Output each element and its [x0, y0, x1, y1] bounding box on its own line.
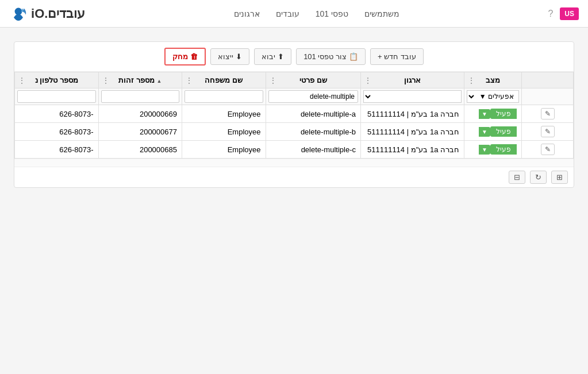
header: US ? משתמשים טפסי 101 עובדים ארגונים iO.…: [0, 0, 588, 28]
status-cell: פעיל ▼: [464, 123, 522, 141]
first-name-filter-input[interactable]: [268, 90, 359, 103]
last-name-cell: Employee: [182, 123, 266, 141]
edit-button[interactable]: ✎: [541, 126, 555, 137]
status-dropdown-btn[interactable]: ▼: [479, 109, 490, 119]
status-badge: פעיל: [490, 144, 517, 155]
organization-cell: חברה 1a בע"מ | 511111114: [361, 105, 464, 123]
org-col-menu[interactable]: ⋮: [363, 76, 373, 85]
last-name-cell: Employee: [182, 141, 266, 159]
col-header-phone: מספר טלפון נ ⋮: [15, 72, 99, 88]
new-employee-button[interactable]: עובד חדש +: [370, 48, 424, 65]
row-actions-cell: ✎: [522, 123, 574, 141]
edit-button[interactable]: ✎: [541, 108, 555, 119]
table-body: ✎ פעיל ▼ חברה 1a בע"מ | 511111114delete-…: [15, 105, 574, 159]
nav-template-101[interactable]: טפסי 101: [316, 9, 348, 18]
employees-table: מצב ⋮ ארגון ⋮ שם פרטי ⋮ שם משפחה: [14, 72, 574, 159]
id-sort-icon: [156, 78, 162, 84]
firstname-col-menu[interactable]: ⋮: [268, 76, 278, 85]
bottom-bar: ⊞ ↻ ⊟: [14, 167, 574, 187]
phone-cell: -626-8073: [15, 141, 99, 159]
svg-point-0: [15, 7, 22, 15]
org-filter-select[interactable]: [363, 90, 462, 103]
filter-first-name: [266, 88, 361, 105]
table-wrapper: מצב ⋮ ארגון ⋮ שם פרטי ⋮ שם משפחה: [14, 72, 574, 159]
row-actions-cell: ✎: [522, 141, 574, 159]
status-col-menu[interactable]: ⋮: [466, 76, 476, 85]
filter-actions: [522, 88, 574, 105]
delete-btn-label: מחק: [172, 52, 188, 61]
table-row: ✎ פעיל ▼ חברה 1a בע"מ | 511111114delete-…: [15, 141, 574, 159]
import-btn-label: יבוא: [262, 52, 275, 61]
nav-employees[interactable]: עובדים: [276, 9, 299, 18]
logo-text: iO.עובדים: [31, 6, 85, 21]
col-header-organization: ארגון ⋮: [361, 72, 464, 88]
last-name-cell: Employee: [182, 105, 266, 123]
status-filter-select[interactable]: אפעילים ▼ פעיל לא פעיל: [467, 90, 519, 103]
lastname-col-menu[interactable]: ⋮: [184, 76, 194, 85]
phone-cell: -626-8073: [15, 123, 99, 141]
horizontal-scrollbar[interactable]: [14, 159, 574, 167]
refresh-button[interactable]: ↻: [530, 171, 547, 184]
columns-button[interactable]: ⊞: [551, 171, 568, 184]
table-header-row: מצב ⋮ ארגון ⋮ שם פרטי ⋮ שם משפחה: [15, 72, 574, 88]
trash-icon: 🗑: [190, 52, 198, 61]
col-header-id: מספר זהות ⋮: [98, 72, 182, 88]
filter-phone: [15, 88, 99, 105]
organization-cell: חברה 1a בע"מ | 511111114: [361, 141, 464, 159]
status-dropdown-btn[interactable]: ▼: [479, 127, 490, 137]
first-name-cell: delete-multiple-c: [266, 141, 361, 159]
id-col-menu[interactable]: ⋮: [101, 76, 111, 85]
copy-icon: 📋: [349, 52, 358, 61]
filter-organization: [361, 88, 464, 105]
id-filter-input[interactable]: [101, 90, 180, 103]
nav-users[interactable]: משתמשים: [364, 9, 399, 18]
main-content: עובד חדש + 📋 צור טפסי 101 ⬆ יבוא ⬇ ייצוא…: [0, 28, 588, 202]
col-header-actions: [522, 72, 574, 88]
status-cell: פעיל ▼: [464, 105, 522, 123]
first-name-cell: delete-multiple-a: [266, 105, 361, 123]
filter-id: [98, 88, 182, 105]
export-btn-label: ייצוא: [218, 52, 233, 61]
filter-row: אפעילים ▼ פעיל לא פעיל: [15, 88, 574, 105]
env-badge[interactable]: US: [560, 7, 579, 20]
logo-area: iO.עובדים: [9, 5, 85, 23]
status-badge: פעיל: [490, 109, 517, 119]
template-btn-label: צור טפסי 101: [303, 52, 347, 61]
last-name-filter-input[interactable]: [185, 90, 263, 103]
phone-filter-input[interactable]: [17, 90, 96, 103]
col-header-first-name: שם פרטי ⋮: [266, 72, 361, 88]
col-header-status: מצב ⋮: [464, 72, 522, 88]
delete-button[interactable]: 🗑 מחק: [164, 48, 206, 65]
status-dropdown-btn[interactable]: ▼: [479, 145, 490, 155]
help-icon[interactable]: ?: [548, 9, 553, 19]
status-badge: פעיל: [490, 126, 517, 137]
nav-organizations[interactable]: ארגונים: [234, 9, 260, 18]
data-card: עובד חדש + 📋 צור טפסי 101 ⬆ יבוא ⬇ ייצוא…: [14, 41, 574, 188]
col-header-last-name: שם משפחה ⋮: [182, 72, 266, 88]
edit-button[interactable]: ✎: [541, 144, 555, 155]
filter-button[interactable]: ⊟: [509, 171, 525, 184]
export-button[interactable]: ⬇ ייצוא: [210, 48, 249, 65]
phone-cell: -626-8073: [15, 105, 99, 123]
filter-status: אפעילים ▼ פעיל לא פעיל: [464, 88, 522, 105]
id-number-cell: 200000677: [98, 123, 182, 141]
template-101-button[interactable]: 📋 צור טפסי 101: [296, 48, 366, 65]
header-nav: משתמשים טפסי 101 עובדים ארגונים: [234, 9, 399, 18]
filter-last-name: [182, 88, 266, 105]
first-name-cell: delete-multiple-b: [266, 123, 361, 141]
id-number-cell: 200000669: [98, 105, 182, 123]
table-row: ✎ פעיל ▼ חברה 1a בע"מ | 511111114delete-…: [15, 105, 574, 123]
phone-col-menu[interactable]: ⋮: [17, 76, 27, 85]
row-actions-cell: ✎: [522, 105, 574, 123]
status-cell: פעיל ▼: [464, 141, 522, 159]
table-row: ✎ פעיל ▼ חברה 1a בע"מ | 511111114delete-…: [15, 123, 574, 141]
import-icon: ⬆: [278, 52, 284, 61]
toolbar: עובד חדש + 📋 צור טפסי 101 ⬆ יבוא ⬇ ייצוא…: [14, 42, 574, 72]
export-icon: ⬇: [236, 52, 242, 61]
import-button[interactable]: ⬆ יבוא: [254, 48, 291, 65]
organization-cell: חברה 1a בע"מ | 511111114: [361, 123, 464, 141]
logo-icon: [9, 5, 28, 23]
header-left: US ?: [548, 7, 579, 20]
id-number-cell: 200000685: [98, 141, 182, 159]
